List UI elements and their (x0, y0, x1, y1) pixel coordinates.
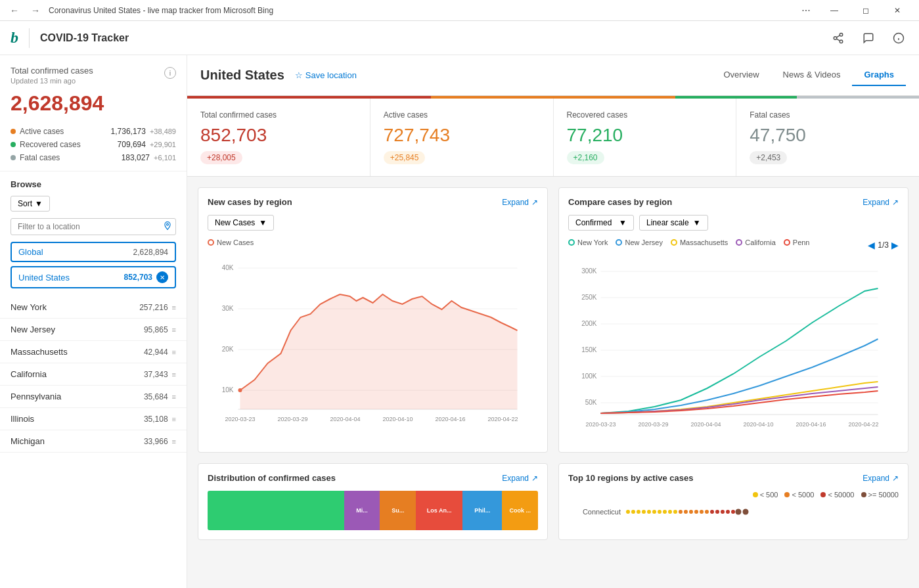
fatal-delta: +6,101 (154, 154, 176, 162)
new-cases-chart-controls: New Cases ▼ (208, 215, 538, 231)
svg-point-43 (626, 510, 630, 514)
list-item[interactable]: New York 257,216 ≡ (0, 296, 187, 319)
top-region-row: Connecticut (568, 505, 899, 518)
new-cases-legend: New Cases (208, 238, 538, 246)
next-page-button[interactable]: ▶ (891, 240, 899, 250)
lt500-dot (753, 492, 758, 497)
us-location-item[interactable]: United States 852,703 ✕ (11, 266, 176, 288)
sidebar: Total confirmed cases Updated 13 min ago… (0, 55, 187, 588)
svg-point-61 (721, 510, 725, 514)
global-location-name: Global (18, 247, 133, 257)
sort-button[interactable]: Sort ▼ (11, 196, 50, 212)
fatal-cases-stat: Fatal cases 183,027 +6,101 (11, 151, 176, 164)
sidebar-info-icon[interactable]: i (164, 67, 176, 79)
close-button[interactable]: ✕ (882, 0, 912, 21)
remove-us-button[interactable]: ✕ (156, 271, 168, 283)
scale-dropdown[interactable]: Linear scale ▼ (639, 215, 708, 231)
svg-text:50K: 50K (585, 399, 597, 406)
share-icon[interactable] (828, 28, 848, 48)
svg-text:2020-03-23: 2020-03-23 (585, 421, 616, 428)
bottom-charts: Distribution of confirmed cases Expand ↗… (187, 463, 919, 551)
dist-seg-0 (208, 491, 344, 530)
mass-legend-dot (671, 239, 677, 246)
total-card-value: 852,703 (200, 125, 267, 146)
svg-point-63 (731, 510, 735, 514)
fatal-label: Fatal cases (20, 153, 122, 162)
active-card-delta: +25,845 (384, 151, 426, 164)
legend-california: California (736, 238, 775, 246)
svg-text:2020-04-16: 2020-04-16 (796, 421, 826, 428)
svg-point-56 (694, 510, 698, 514)
svg-text:2020-04-16: 2020-04-16 (435, 416, 465, 422)
svg-point-60 (715, 510, 719, 514)
list-item[interactable]: Illinois 35,108 ≡ (0, 408, 187, 430)
info-icon[interactable] (889, 28, 908, 48)
new-cases-dropdown[interactable]: New Cases ▼ (208, 215, 274, 231)
back-button[interactable]: ← (7, 3, 22, 18)
minimize-button[interactable]: — (819, 0, 849, 21)
new-cases-chart-svg-wrap: 40K 30K 20K 10K (208, 252, 538, 438)
page-indicator: 1/3 (878, 240, 889, 250)
ca-label: California (745, 238, 775, 246)
browse-controls: Sort ▼ (11, 196, 176, 212)
list-item[interactable]: Massachusetts 42,944 ≡ (0, 341, 187, 363)
ca-legend-dot (736, 239, 742, 246)
distribution-expand-button[interactable]: Expand ↗ (502, 474, 538, 483)
region-name: Illinois (11, 414, 144, 424)
list-item[interactable]: Pennsylvania 35,684 ≡ (0, 386, 187, 408)
list-item[interactable]: New Jersey 95,865 ≡ (0, 319, 187, 341)
new-cases-legend-label: New Cases (217, 238, 254, 246)
svg-point-47 (647, 510, 651, 514)
svg-point-57 (700, 510, 704, 514)
region-bar-icon: ≡ (172, 415, 176, 423)
prev-page-button[interactable]: ◀ (868, 240, 875, 250)
forward-button[interactable]: → (28, 3, 43, 18)
expand-icon: ↗ (531, 474, 538, 483)
maximize-button[interactable]: ◻ (851, 0, 881, 21)
tab-graphs[interactable]: Graphs (852, 64, 906, 86)
tab-news[interactable]: News & Videos (771, 64, 853, 86)
dist-label-4: Phil... (473, 507, 491, 514)
svg-point-52 (673, 510, 677, 514)
svg-point-59 (710, 510, 714, 514)
svg-point-65 (743, 509, 749, 515)
pagination-controls: ◀ 1/3 ▶ (868, 240, 899, 250)
browse-section: Browse Sort ▼ (0, 171, 187, 240)
compare-chart-title: Compare cases by region (568, 197, 672, 207)
nav-tabs: Overview News & Videos Graphs (711, 64, 906, 86)
chat-icon[interactable] (859, 28, 878, 48)
save-location-button[interactable]: ☆ Save location (295, 70, 357, 80)
global-location-item[interactable]: Global 2,628,894 (11, 242, 176, 262)
new-cases-expand-button[interactable]: Expand ↗ (502, 198, 538, 207)
region-bar-icon: ≡ (172, 304, 176, 311)
confirmed-dropdown[interactable]: Confirmed ▼ (568, 215, 634, 231)
compare-svg: 300K 250K 200K 150K 100K 50K (568, 257, 899, 441)
total-card-delta: +28,005 (200, 151, 242, 164)
dist-label-2: Su... (390, 507, 405, 514)
dots-svg (625, 505, 835, 518)
region-count: 35,108 (144, 415, 168, 424)
location-search-button[interactable] (163, 221, 172, 233)
top10-expand-button[interactable]: Expand ↗ (863, 474, 899, 483)
dist-label-1: Mi... (355, 507, 369, 514)
region-bar-icon: ≡ (172, 326, 176, 334)
svg-text:30K: 30K (222, 305, 234, 312)
fatal-dot (11, 155, 16, 160)
total-confirmed-card: Total confirmed cases 852,703 +28,005 (187, 99, 370, 176)
new-cases-chart-panel: New cases by region Expand ↗ New Cases ▼ (198, 187, 548, 453)
total-card-label: Total confirmed cases (200, 110, 277, 120)
region-bar-icon: ≡ (172, 371, 176, 378)
list-item[interactable]: Michigan 33,966 ≡ (0, 430, 187, 453)
lt50000-dot (820, 492, 826, 497)
list-item[interactable]: California 37,343 ≡ (0, 363, 187, 386)
compare-expand-button[interactable]: Expand ↗ (863, 198, 899, 207)
browser-menu-button[interactable]: ··· (798, 3, 814, 18)
tab-overview[interactable]: Overview (711, 64, 771, 86)
legend-penn: Penn (784, 238, 810, 246)
content-header: United States ☆ Save location Overview N… (187, 55, 919, 96)
dropdown-chevron-icon: ▼ (619, 218, 627, 227)
save-location-label: Save location (305, 70, 357, 80)
svg-point-50 (663, 510, 667, 514)
svg-point-58 (705, 510, 709, 514)
search-input[interactable] (11, 218, 176, 235)
